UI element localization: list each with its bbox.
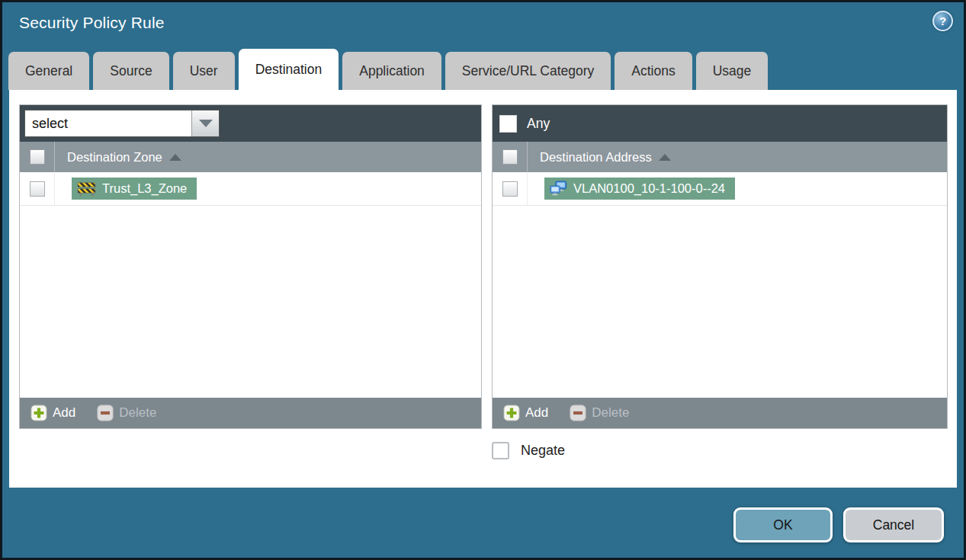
zone-list: Trust_L3_Zone — [20, 172, 481, 398]
add-zone-button[interactable]: Add — [30, 405, 75, 421]
address-value-chip[interactable]: VLAN0100_10-1-100-0--24 — [544, 178, 735, 200]
title-bar: Security Policy Rule ? — [2, 2, 964, 48]
any-label: Any — [527, 116, 550, 132]
add-plus-icon — [503, 405, 520, 421]
tab-general[interactable]: General — [8, 52, 89, 90]
zone-toolbar — [20, 105, 481, 142]
sort-asc-icon — [659, 154, 671, 161]
tab-bar: General Source User Destination Applicat… — [8, 49, 958, 90]
negate-control: Negate — [492, 442, 565, 459]
zone-header-checkbox-cell — [20, 142, 55, 172]
address-row-checkbox[interactable] — [502, 181, 518, 197]
sort-asc-icon — [169, 154, 181, 161]
cancel-button[interactable]: Cancel — [843, 507, 944, 542]
destination-address-panel: Any Destination Address — [492, 104, 948, 429]
zone-footer-bar: Add Delete — [20, 398, 481, 428]
address-row-checkbox-cell — [493, 172, 528, 205]
address-column-header-row: Destination Address — [493, 142, 947, 172]
address-header-checkbox-cell — [493, 142, 528, 172]
select-all-zones-checkbox[interactable] — [30, 149, 45, 165]
zone-select-input[interactable] — [25, 110, 191, 136]
zone-value-chip[interactable]: Trust_L3_Zone — [72, 178, 197, 200]
tab-application[interactable]: Application — [342, 52, 441, 90]
tab-service-url-category[interactable]: Service/URL Category — [445, 52, 611, 90]
chevron-down-icon — [199, 120, 213, 127]
delete-label: Delete — [592, 405, 629, 421]
zone-icon — [77, 181, 96, 197]
tab-user[interactable]: User — [173, 52, 235, 90]
page-title: Security Policy Rule — [19, 14, 165, 32]
any-checkbox-wrap: Any — [499, 115, 550, 133]
add-plus-icon — [30, 405, 47, 421]
zone-row-checkbox-cell — [20, 172, 55, 205]
delete-zone-button[interactable]: Delete — [97, 405, 156, 421]
add-address-button[interactable]: Add — [503, 405, 548, 421]
destination-zone-panel: Destination Zone — [19, 104, 482, 429]
select-all-addresses-checkbox[interactable] — [502, 149, 518, 165]
address-column-header[interactable]: Destination Address — [540, 150, 652, 165]
tab-usage[interactable]: Usage — [696, 52, 769, 90]
tab-actions[interactable]: Actions — [615, 52, 692, 90]
delete-label: Delete — [119, 405, 156, 421]
address-footer-bar: Add Delete — [493, 398, 947, 428]
negate-label: Negate — [521, 443, 565, 459]
negate-checkbox[interactable] — [492, 442, 509, 459]
add-label: Add — [53, 405, 75, 421]
zone-select-combobox — [24, 110, 220, 137]
zone-column-header-row: Destination Zone — [20, 142, 481, 172]
zone-select-dropdown-button[interactable] — [191, 110, 219, 136]
zone-column-header[interactable]: Destination Zone — [67, 150, 162, 165]
address-list: VLAN0100_10-1-100-0--24 — [493, 172, 947, 398]
delete-address-button[interactable]: Delete — [570, 405, 629, 421]
add-label: Add — [525, 405, 548, 421]
table-row: Trust_L3_Zone — [20, 172, 481, 206]
table-row: VLAN0100_10-1-100-0--24 — [493, 172, 947, 206]
zone-row-label: Trust_L3_Zone — [102, 181, 187, 196]
help-icon[interactable]: ? — [932, 11, 953, 31]
destination-tab-content: Destination Zone — [9, 90, 957, 488]
address-row-label: VLAN0100_10-1-100-0--24 — [573, 181, 725, 196]
delete-minus-icon — [570, 405, 586, 421]
address-icon — [550, 181, 567, 197]
zone-row-checkbox[interactable] — [30, 181, 45, 197]
tab-destination[interactable]: Destination — [239, 49, 339, 90]
security-policy-rule-dialog: Security Policy Rule ? General Source Us… — [0, 0, 966, 560]
tab-source[interactable]: Source — [93, 52, 168, 90]
delete-minus-icon — [97, 405, 114, 421]
address-toolbar: Any — [493, 105, 947, 142]
ok-button[interactable]: OK — [733, 507, 833, 542]
any-checkbox[interactable] — [499, 115, 517, 133]
